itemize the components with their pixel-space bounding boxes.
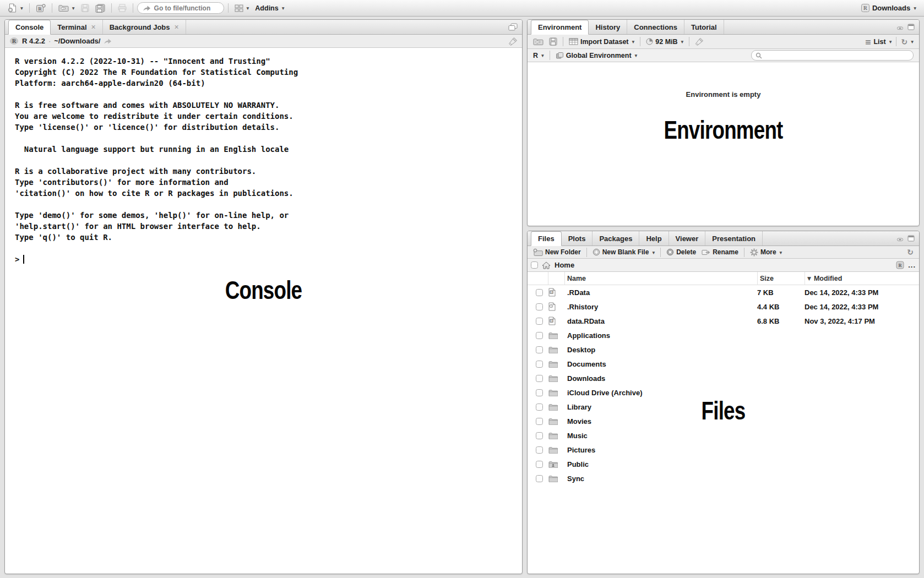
refresh-environment-button[interactable]: ↻▾ — [899, 37, 916, 47]
row-checkbox[interactable] — [536, 446, 543, 454]
environment-search-input[interactable] — [765, 52, 909, 59]
row-checkbox[interactable] — [536, 432, 543, 439]
tab-label: Viewer — [676, 235, 699, 243]
forward-arrow-icon[interactable] — [104, 38, 112, 45]
row-checkbox[interactable] — [536, 361, 543, 368]
clear-console-icon[interactable] — [508, 37, 518, 46]
new-file-button[interactable]: ▾ — [6, 2, 25, 14]
tab-background-jobs[interactable]: Background Jobs× — [103, 20, 186, 34]
file-name-link[interactable]: Music — [565, 432, 757, 440]
restore-panes-icon[interactable] — [508, 23, 518, 31]
clear-objects-button[interactable] — [693, 36, 706, 47]
delete-button-label: Delete — [676, 248, 696, 256]
new-blank-file-menu[interactable]: New Blank File▾ — [590, 248, 657, 257]
file-name-link[interactable]: Applications — [565, 331, 757, 340]
maximize-icon[interactable] — [907, 235, 915, 242]
file-name-link[interactable]: Library — [565, 403, 757, 411]
load-workspace-button[interactable] — [531, 36, 546, 47]
more-menu[interactable]: More▾ — [748, 248, 784, 257]
separator — [896, 37, 896, 46]
file-name-link[interactable]: Documents — [565, 360, 757, 368]
row-checkbox[interactable] — [536, 332, 543, 339]
files-table-header: Name Size ▼ Modified — [528, 272, 919, 285]
file-name-link[interactable]: Pictures — [565, 446, 757, 454]
import-dataset-menu-label: Import Dataset — [580, 38, 629, 46]
maximize-icon[interactable] — [907, 24, 915, 30]
delete-button[interactable]: Delete — [664, 248, 698, 257]
tab-presentation[interactable]: Presentation — [705, 231, 763, 246]
close-icon[interactable]: × — [91, 23, 96, 31]
tab-tutorial[interactable]: Tutorial — [684, 20, 724, 34]
row-checkbox[interactable] — [536, 475, 543, 482]
goto-file-input-field[interactable] — [154, 4, 219, 12]
console-output-area[interactable]: R version 4.2.2 (2022-10-31) -- "Innocen… — [5, 48, 522, 265]
environment-scope-menu[interactable]: Global Environment▾ — [553, 51, 640, 61]
row-checkbox[interactable] — [536, 461, 543, 468]
table-row: Public — [528, 457, 919, 471]
close-icon[interactable]: × — [175, 23, 179, 31]
tab-files[interactable]: Files — [531, 231, 562, 246]
row-checkbox[interactable] — [536, 303, 543, 310]
console-prompt-line[interactable]: > — [15, 254, 517, 265]
file-name-link[interactable]: Movies — [565, 417, 757, 426]
file-name-link[interactable]: .RData — [565, 288, 757, 297]
r-project-badge-icon[interactable]: R — [896, 261, 904, 269]
language-menu[interactable]: R▾ — [531, 51, 546, 61]
open-file-button[interactable]: ▾ — [56, 3, 77, 13]
memory-usage-menu[interactable]: 92 MiB▾ — [644, 37, 686, 47]
file-name-link[interactable]: .Rhistory — [565, 303, 757, 311]
view-mode-menu-label: List — [873, 38, 885, 46]
working-directory-label[interactable]: ~/Downloads/ — [54, 37, 100, 45]
row-checkbox[interactable] — [536, 389, 543, 396]
project-menu[interactable]: RDownloads▾ — [858, 2, 918, 14]
workspace-panes-button[interactable]: ▾ — [232, 3, 252, 13]
memory-usage-menu-label: 92 MiB — [655, 38, 677, 46]
file-name-link[interactable]: Public — [565, 460, 757, 468]
file-name-link[interactable]: Sync — [565, 475, 757, 483]
goto-file-input[interactable] — [137, 2, 224, 14]
new-folder-button[interactable]: New Folder — [531, 248, 583, 257]
breadcrumb-home[interactable]: Home — [555, 261, 574, 269]
tab-history[interactable]: History — [589, 20, 627, 34]
addins-menu[interactable]: Addins▾ — [253, 3, 286, 13]
column-header-name[interactable]: Name — [565, 272, 757, 285]
column-header-modified[interactable]: ▼ Modified — [805, 272, 915, 285]
tab-connections[interactable]: Connections — [627, 20, 684, 34]
view-mode-menu[interactable]: ≡List▾ — [863, 37, 894, 47]
tab-viewer[interactable]: Viewer — [669, 231, 706, 246]
row-checkbox[interactable] — [536, 418, 543, 425]
rename-button[interactable]: Rename — [699, 248, 741, 257]
gear-icon — [750, 248, 758, 257]
tab-console[interactable]: Console — [8, 20, 51, 35]
row-checkbox[interactable] — [536, 403, 543, 411]
row-checkbox[interactable] — [536, 375, 543, 382]
tab-plots[interactable]: Plots — [562, 231, 593, 246]
environment-search-box[interactable] — [751, 50, 914, 61]
sort-desc-icon[interactable]: ▼ — [807, 276, 811, 281]
tab-help[interactable]: Help — [639, 231, 668, 246]
row-checkbox[interactable] — [536, 289, 543, 296]
file-name-link[interactable]: data.RData — [565, 317, 757, 325]
tab-packages[interactable]: Packages — [593, 231, 639, 246]
file-name-link[interactable]: iCloud Drive (Archive) — [565, 389, 757, 397]
row-checkbox[interactable] — [536, 346, 543, 353]
select-all-checkbox[interactable] — [531, 261, 538, 269]
table-row: Desktop — [528, 342, 919, 357]
column-header-size[interactable]: Size — [757, 272, 805, 285]
file-name-link[interactable]: Desktop — [565, 346, 757, 354]
new-project-button[interactable]: R — [34, 3, 48, 14]
save-workspace-button[interactable] — [547, 36, 559, 47]
minimize-icon[interactable] — [896, 24, 904, 30]
tab-terminal[interactable]: Terminal× — [51, 20, 102, 34]
breadcrumb-more-button[interactable]: ... — [908, 261, 916, 269]
refresh-files-button[interactable]: ↻ — [905, 248, 916, 257]
import-dataset-menu[interactable]: Import Dataset▾ — [567, 37, 637, 47]
tab-label: Packages — [599, 235, 632, 243]
header-checkbox-cell — [530, 272, 548, 285]
save-all-button[interactable] — [93, 3, 107, 14]
row-checkbox[interactable] — [536, 318, 543, 325]
file-name-link[interactable]: Downloads — [565, 374, 757, 383]
minimize-icon[interactable] — [896, 235, 904, 242]
environment-toolbar-left: Import Dataset▾92 MiB▾ — [531, 36, 706, 47]
tab-environment[interactable]: Environment — [531, 20, 589, 35]
